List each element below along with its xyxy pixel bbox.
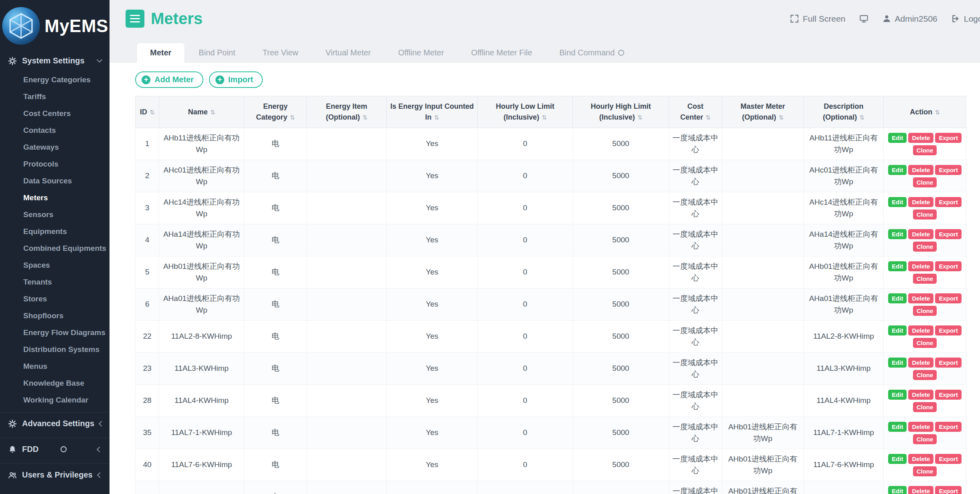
column-header-cost-center[interactable]: Cost Center⇅ xyxy=(669,96,722,128)
column-header-energy-item-optional[interactable]: Energy Item (Optional)⇅ xyxy=(307,96,387,128)
edit-button[interactable]: Edit xyxy=(888,454,907,464)
export-button[interactable]: Export xyxy=(935,325,962,335)
export-button[interactable]: Export xyxy=(935,486,962,494)
sort-icon[interactable]: ⇅ xyxy=(150,109,155,116)
delete-button[interactable]: Delete xyxy=(908,422,933,432)
sidebar-item-contacts[interactable]: Contacts xyxy=(0,122,110,139)
brand[interactable]: MyEMS xyxy=(0,0,110,50)
edit-button[interactable]: Edit xyxy=(888,229,907,239)
column-header-energy-category[interactable]: Energy Category⇅ xyxy=(244,96,307,128)
fullscreen-button[interactable]: Full Screen xyxy=(790,14,845,24)
tab-offline-meter[interactable]: Offline Meter xyxy=(384,43,457,63)
delete-button[interactable]: Delete xyxy=(908,165,933,175)
delete-button[interactable]: Delete xyxy=(908,229,933,239)
user-menu[interactable]: Admin2506 xyxy=(882,14,937,24)
edit-button[interactable]: Edit xyxy=(888,486,907,494)
tab-bind-command[interactable]: Bind Command xyxy=(546,43,638,63)
sidebar-section-fdd[interactable]: FDD xyxy=(0,438,110,460)
sidebar-item-menus[interactable]: Menus xyxy=(0,358,110,375)
export-button[interactable]: Export xyxy=(935,197,962,207)
column-header-description-optional[interactable]: Description (Optional)⇅ xyxy=(804,96,884,128)
edit-button[interactable]: Edit xyxy=(888,325,907,335)
sort-icon[interactable]: ⇅ xyxy=(935,109,940,116)
export-button[interactable]: Export xyxy=(935,454,962,464)
display-button[interactable] xyxy=(859,14,868,23)
sidebar-section-system-settings[interactable]: System Settings xyxy=(0,50,110,71)
edit-button[interactable]: Edit xyxy=(888,390,907,400)
import-button[interactable]: + Import xyxy=(209,71,263,88)
column-header-hourly-high-limit-inclusive[interactable]: Hourly High Limit (Inclusive)⇅ xyxy=(573,96,669,128)
sidebar-item-energy-flow-diagrams[interactable]: Energy Flow Diagrams xyxy=(0,324,110,341)
sort-icon[interactable]: ⇅ xyxy=(779,114,784,121)
export-button[interactable]: Export xyxy=(935,229,962,239)
edit-button[interactable]: Edit xyxy=(888,422,907,432)
delete-button[interactable]: Delete xyxy=(908,454,933,464)
column-header-action[interactable]: Action⇅ xyxy=(884,96,966,128)
column-header-hourly-low-limit-inclusive[interactable]: Hourly Low Limit (Inclusive)⇅ xyxy=(478,96,573,128)
edit-button[interactable]: Edit xyxy=(888,358,907,368)
export-button[interactable]: Export xyxy=(935,293,962,303)
sidebar-toggle-button[interactable] xyxy=(126,10,144,28)
sidebar-item-tariffs[interactable]: Tariffs xyxy=(0,88,110,105)
sidebar-item-sensors[interactable]: Sensors xyxy=(0,206,110,223)
clone-button[interactable]: Clone xyxy=(913,145,937,155)
sidebar-item-protocols[interactable]: Protocols xyxy=(0,156,110,173)
export-button[interactable]: Export xyxy=(935,261,962,271)
export-button[interactable]: Export xyxy=(935,133,962,143)
sidebar-item-combined-equipments[interactable]: Combined Equipments xyxy=(0,240,110,257)
clone-button[interactable]: Clone xyxy=(913,306,937,316)
export-button[interactable]: Export xyxy=(935,422,962,432)
delete-button[interactable]: Delete xyxy=(908,358,933,368)
sidebar-item-distribution-systems[interactable]: Distribution Systems xyxy=(0,341,110,358)
tab-virtual-meter[interactable]: Virtual Meter xyxy=(312,43,384,63)
sort-icon[interactable]: ⇅ xyxy=(859,114,864,121)
sidebar-item-stores[interactable]: Stores xyxy=(0,291,110,307)
edit-button[interactable]: Edit xyxy=(888,261,907,271)
clone-button[interactable]: Clone xyxy=(913,370,937,380)
sidebar-item-meters[interactable]: Meters xyxy=(0,189,110,206)
delete-button[interactable]: Delete xyxy=(908,325,933,335)
sidebar-section-users-privileges[interactable]: Users & Privileges xyxy=(0,464,110,486)
column-header-name[interactable]: Name⇅ xyxy=(159,96,244,128)
sort-icon[interactable]: ⇅ xyxy=(542,114,547,121)
sort-icon[interactable]: ⇅ xyxy=(706,114,711,121)
clone-button[interactable]: Clone xyxy=(913,402,937,412)
clone-button[interactable]: Clone xyxy=(913,466,937,476)
column-header-id[interactable]: ID⇅ xyxy=(136,96,159,128)
column-header-is-energy-input-counted-in[interactable]: Is Energy Input Counted In⇅ xyxy=(387,96,478,128)
clone-button[interactable]: Clone xyxy=(913,242,937,252)
sidebar-item-working-calendar[interactable]: Working Calendar xyxy=(0,392,110,409)
delete-button[interactable]: Delete xyxy=(908,293,933,303)
sidebar-item-data-sources[interactable]: Data Sources xyxy=(0,173,110,189)
sort-icon[interactable]: ⇅ xyxy=(362,114,367,121)
sidebar-item-cost-centers[interactable]: Cost Centers xyxy=(0,105,110,122)
sidebar-item-equipments[interactable]: Equipments xyxy=(0,223,110,240)
delete-button[interactable]: Delete xyxy=(908,197,933,207)
sidebar-item-shopfloors[interactable]: Shopfloors xyxy=(0,307,110,324)
clone-button[interactable]: Clone xyxy=(913,338,937,348)
sort-icon[interactable]: ⇅ xyxy=(637,114,643,121)
delete-button[interactable]: Delete xyxy=(908,133,933,143)
sidebar-item-spaces[interactable]: Spaces xyxy=(0,257,110,274)
sort-icon[interactable]: ⇅ xyxy=(290,114,295,121)
tab-offline-meter-file[interactable]: Offline Meter File xyxy=(458,43,546,63)
tab-meter[interactable]: Meter xyxy=(136,43,185,63)
tab-bind-point[interactable]: Bind Point xyxy=(185,43,249,63)
edit-button[interactable]: Edit xyxy=(888,165,907,175)
sidebar-section-advanced-settings[interactable]: Advanced Settings xyxy=(0,412,110,434)
delete-button[interactable]: Delete xyxy=(908,261,933,271)
edit-button[interactable]: Edit xyxy=(888,133,907,143)
clone-button[interactable]: Clone xyxy=(913,209,937,220)
sidebar-item-tenants[interactable]: Tenants xyxy=(0,274,110,291)
sidebar-item-knowledge-base[interactable]: Knowledge Base xyxy=(0,375,110,392)
add-meter-button[interactable]: + Add Meter xyxy=(135,71,203,88)
delete-button[interactable]: Delete xyxy=(908,390,933,400)
clone-button[interactable]: Clone xyxy=(913,434,937,444)
sidebar-item-energy-categories[interactable]: Energy Categories xyxy=(0,71,110,88)
sort-icon[interactable]: ⇅ xyxy=(210,109,215,116)
tab-tree-view[interactable]: Tree View xyxy=(249,43,312,63)
sidebar-item-gateways[interactable]: Gateways xyxy=(0,139,110,156)
export-button[interactable]: Export xyxy=(935,358,962,368)
sort-icon[interactable]: ⇅ xyxy=(434,114,439,121)
delete-button[interactable]: Delete xyxy=(908,486,933,494)
